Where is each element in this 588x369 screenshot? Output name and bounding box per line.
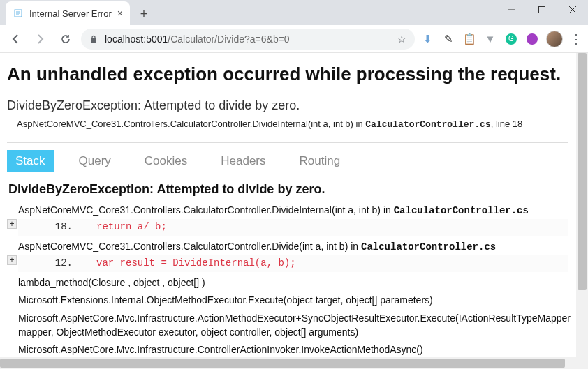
browser-tab[interactable]: Internal Server Error × [6,1,130,25]
exception-summary: DivideByZeroException: Attempted to divi… [7,98,568,113]
svg-rect-8 [91,38,96,43]
frame-code-line: 18.return a/ b; [18,219,568,236]
expand-frame-button[interactable]: + [7,219,17,229]
horizontal-scrollbar[interactable] [0,357,576,369]
expand-frame-button[interactable]: + [7,255,17,265]
svg-rect-5 [539,7,545,13]
stack-frame: +Microsoft.Extensions.Internal.ObjectMet… [7,294,568,308]
frame-signature[interactable]: Microsoft.AspNetCore.Mvc.Infrastructure.… [18,312,568,339]
stack-frame: +Microsoft.AspNetCore.Mvc.Infrastructure… [7,343,568,357]
tab-close-icon[interactable]: × [117,8,123,19]
page-content: An unhandled exception occurred while pr… [0,53,576,357]
window-minimize-button[interactable] [496,0,527,20]
browser-toolbar: localhost:5001/Calculator/Divide?a=6&b=0… [0,25,588,53]
chrome-menu-button[interactable]: ⋮ [570,31,582,47]
tab-stack[interactable]: Stack [7,150,54,172]
extension-purple-icon[interactable] [525,32,539,46]
frame-signature[interactable]: AspNetCoreMVC_Core31.Controllers.Calcula… [18,240,568,255]
extension-icons: ⬇ ✎ 📋 ▼ G ⋮ [420,31,582,47]
divider [7,142,568,143]
vertical-scrollbar[interactable] [576,53,588,357]
page-title: An unhandled exception occurred while pr… [7,63,568,86]
frame-signature[interactable]: Microsoft.AspNetCore.Mvc.Infrastructure.… [18,343,568,357]
reload-button[interactable] [56,29,75,49]
lock-icon [89,34,99,44]
tab-headers[interactable]: Headers [212,150,274,172]
new-tab-button[interactable]: + [134,4,154,24]
back-button[interactable] [6,29,25,49]
tab-routing[interactable]: Routing [291,150,349,172]
frame-signature[interactable]: Microsoft.Extensions.Internal.ObjectMeth… [18,294,568,308]
vue-icon[interactable]: ▼ [483,32,497,46]
bookmark-star-icon[interactable]: ☆ [397,33,406,45]
frame-signature[interactable]: lambda_method(Closure , object , object[… [18,276,568,290]
profile-avatar[interactable] [546,31,563,47]
frame-signature[interactable]: AspNetCoreMVC_Core31.Controllers.Calcula… [18,204,568,218]
grammarly-icon[interactable]: G [504,32,518,46]
stack-section-title: DivideByZeroException: Attempted to divi… [8,182,568,197]
forward-button[interactable] [31,29,50,49]
address-bar[interactable]: localhost:5001/Calculator/Divide?a=6&b=0… [81,29,415,50]
tab-query[interactable]: Query [71,150,119,172]
frame-code-line: 12.var result = DivideInternal(a, b); [18,255,568,272]
url-text: localhost:5001/Calculator/Divide?a=6&b=0 [105,33,392,45]
browser-tabstrip: Internal Server Error × + [0,0,588,25]
stack-frame: +Microsoft.AspNetCore.Mvc.Infrastructure… [7,312,568,339]
stack-frame: +AspNetCoreMVC_Core31.Controllers.Calcul… [7,240,568,272]
browser-tab-title: Internal Server Error [29,8,112,19]
exception-source: AspNetCoreMVC_Core31.Controllers.Calcula… [17,119,568,130]
tab-cookies[interactable]: Cookies [136,150,196,172]
stack-frame: +AspNetCoreMVC_Core31.Controllers.Calcul… [7,204,568,236]
error-tabs: Stack Query Cookies Headers Routing [7,150,568,172]
page-favicon [13,8,24,19]
stack-frame: +lambda_method(Closure , object , object… [7,276,568,290]
window-close-button[interactable] [557,0,588,20]
window-maximize-button[interactable] [527,0,557,20]
stack-frames: +AspNetCoreMVC_Core31.Controllers.Calcul… [7,204,568,357]
eyedropper-icon[interactable]: ✎ [441,32,455,46]
clipboard-icon[interactable]: 📋 [462,32,476,46]
download-icon[interactable]: ⬇ [420,32,434,46]
scrollbar-corner [576,357,588,369]
